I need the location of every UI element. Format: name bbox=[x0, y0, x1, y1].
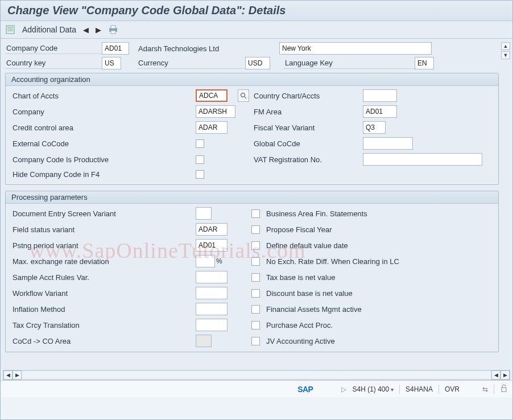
sap-logo: SAP bbox=[297, 385, 313, 394]
hide-f4-label: Hide Company Code in F4 bbox=[11, 169, 193, 180]
mode-text: OVR bbox=[445, 385, 460, 393]
discount-base-checkbox[interactable] bbox=[251, 289, 260, 298]
svg-line-8 bbox=[245, 97, 246, 98]
no-exch-checkbox[interactable] bbox=[251, 257, 260, 266]
lock-icon[interactable] bbox=[500, 384, 508, 394]
tax-base-label: Tax base is net value bbox=[265, 272, 436, 283]
credit-control-label: Credit control area bbox=[11, 122, 193, 133]
details-icon[interactable] bbox=[5, 24, 15, 35]
content-area: ▲ ▼ Company Code Adarsh Technologies Ltd… bbox=[1, 39, 512, 380]
inflation-label: Inflation Method bbox=[11, 304, 193, 315]
max-rate-label: Max. exchange rate deviation bbox=[11, 256, 193, 267]
country-chart-label: Country Chart/Accts bbox=[253, 90, 361, 101]
max-rate-field[interactable] bbox=[196, 255, 215, 267]
percent-label: % bbox=[216, 257, 222, 265]
chart-of-accts-field[interactable] bbox=[196, 89, 227, 102]
company-code-field[interactable] bbox=[102, 42, 129, 55]
purchase-acct-label: Purchase Acct Proc. bbox=[265, 320, 436, 331]
credit-control-field[interactable] bbox=[196, 121, 227, 134]
status-bar: SAP ▷ S4H (1) 400 S4HANA OVR ⇆ bbox=[1, 380, 512, 397]
sample-rules-label: Sample Acct Rules Var. bbox=[11, 272, 193, 283]
country-key-label: Country key bbox=[5, 57, 102, 69]
define-default-label: Define default value date bbox=[265, 240, 436, 251]
company-code-label: Company Code bbox=[5, 43, 102, 54]
country-key-field[interactable] bbox=[102, 57, 121, 69]
sync-icon[interactable]: ⇆ bbox=[482, 385, 488, 393]
toolbar: Additional Data ◀ ▶ bbox=[1, 21, 512, 39]
vat-field[interactable] bbox=[363, 153, 482, 166]
discount-base-label: Discount base is net value bbox=[265, 288, 436, 299]
cocd-co-field bbox=[196, 335, 212, 347]
play-icon[interactable]: ▷ bbox=[341, 385, 346, 393]
scroll-left2-icon[interactable]: ◀ bbox=[491, 370, 500, 380]
scroll-down-icon[interactable]: ▼ bbox=[501, 51, 510, 59]
window-title: Change View "Company Code Global Data": … bbox=[1, 1, 512, 21]
accounting-org-group: Accounting organization Chart of Accts C… bbox=[5, 73, 499, 185]
processing-params-group: Processing parameters Document Entry Scr… bbox=[5, 191, 499, 352]
chart-of-accts-label: Chart of Accts bbox=[11, 90, 193, 101]
no-exch-label: No Exch. Rate Diff. When Clearing in LC bbox=[265, 256, 436, 267]
posting-period-label: Pstng period variant bbox=[11, 240, 193, 251]
propose-fy-checkbox[interactable] bbox=[251, 225, 260, 234]
processing-params-title: Processing parameters bbox=[6, 191, 498, 204]
fin-assets-label: Financial Assets Mgmt active bbox=[265, 304, 436, 315]
hide-f4-checkbox[interactable] bbox=[196, 170, 204, 179]
ba-fin-label: Business Area Fin. Statements bbox=[265, 208, 436, 219]
external-cocode-checkbox[interactable] bbox=[196, 139, 204, 148]
propose-fy-label: Propose Fiscal Year bbox=[265, 224, 436, 235]
productive-checkbox[interactable] bbox=[196, 155, 204, 164]
language-key-label: Language Key bbox=[284, 57, 415, 69]
sample-rules-field[interactable] bbox=[196, 271, 227, 283]
next-icon[interactable]: ▶ bbox=[96, 26, 101, 34]
tax-crcy-field[interactable] bbox=[196, 319, 227, 331]
server-text: S4HANA bbox=[406, 385, 433, 393]
cocd-co-label: CoCd -> CO Area bbox=[11, 336, 193, 347]
external-cocode-label: External CoCode bbox=[11, 138, 193, 149]
accounting-org-title: Accounting organization bbox=[6, 73, 498, 86]
company-label: Company bbox=[11, 106, 193, 117]
system-text[interactable]: S4H (1) 400 bbox=[352, 385, 393, 393]
doc-entry-label: Document Entry Screen Variant bbox=[11, 208, 193, 219]
fiscal-year-field[interactable] bbox=[363, 121, 386, 134]
prev-icon[interactable]: ◀ bbox=[83, 26, 89, 34]
fin-assets-checkbox[interactable] bbox=[251, 305, 260, 314]
fiscal-year-label: Fiscal Year Variant bbox=[253, 122, 361, 133]
ba-fin-checkbox[interactable] bbox=[251, 209, 260, 218]
global-cocde-label: Global CoCde bbox=[253, 138, 361, 149]
global-cocde-field[interactable] bbox=[363, 137, 413, 150]
jv-acct-checkbox[interactable] bbox=[251, 337, 260, 345]
fm-area-label: FM Area bbox=[253, 106, 361, 117]
tax-crcy-label: Tax Crcy Translation bbox=[11, 320, 193, 331]
field-status-label: Field status variant bbox=[11, 224, 193, 235]
posting-period-field[interactable] bbox=[196, 239, 227, 252]
currency-label: Currency bbox=[137, 57, 245, 69]
scroll-right2-icon[interactable]: ▶ bbox=[500, 370, 510, 380]
purchase-acct-checkbox[interactable] bbox=[251, 321, 260, 330]
define-default-checkbox[interactable] bbox=[251, 241, 260, 250]
additional-data-button[interactable]: Additional Data bbox=[22, 25, 76, 34]
search-help-icon[interactable] bbox=[238, 89, 249, 102]
svg-rect-0 bbox=[6, 26, 14, 34]
productive-label: Company Code Is Productive bbox=[11, 154, 193, 165]
language-key-field[interactable] bbox=[415, 57, 434, 69]
city-field[interactable] bbox=[279, 42, 432, 55]
horizontal-scroll[interactable]: ◀ ▶ ◀ ▶ bbox=[3, 370, 510, 380]
company-field[interactable] bbox=[196, 105, 235, 118]
scroll-up-icon[interactable]: ▲ bbox=[501, 42, 510, 50]
svg-rect-5 bbox=[111, 26, 115, 28]
country-chart-field[interactable] bbox=[363, 89, 397, 102]
tax-base-checkbox[interactable] bbox=[251, 273, 260, 282]
jv-acct-label: JV Accounting Active bbox=[265, 336, 436, 347]
fm-area-field[interactable] bbox=[363, 105, 397, 118]
svg-point-7 bbox=[241, 93, 245, 97]
scroll-left-icon[interactable]: ◀ bbox=[3, 370, 13, 380]
doc-entry-field[interactable] bbox=[196, 207, 212, 220]
workflow-field[interactable] bbox=[196, 287, 227, 299]
currency-field[interactable] bbox=[245, 57, 270, 69]
inflation-field[interactable] bbox=[196, 303, 227, 315]
scroll-right-icon[interactable]: ▶ bbox=[13, 370, 22, 380]
print-icon[interactable] bbox=[108, 24, 118, 35]
field-status-field[interactable] bbox=[196, 223, 227, 236]
vertical-scroll[interactable]: ▲ ▼ bbox=[501, 42, 510, 59]
vat-label: VAT Registration No. bbox=[253, 154, 361, 165]
